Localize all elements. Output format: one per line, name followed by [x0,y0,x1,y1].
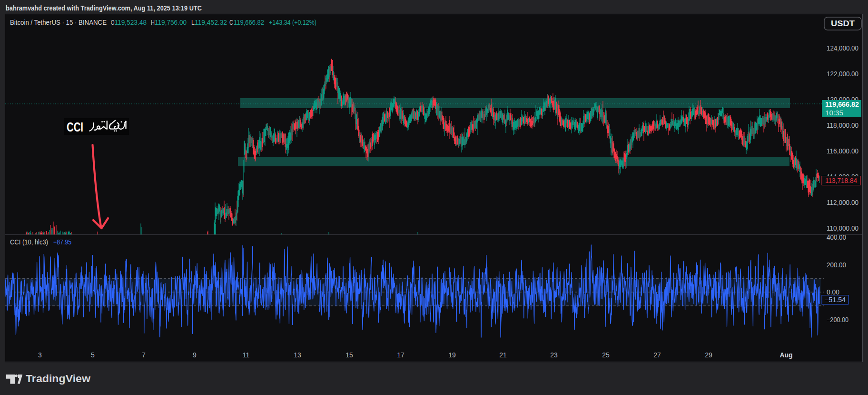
svg-text:USDT: USDT [831,20,855,28]
svg-text:119,452.32: 119,452.32 [195,18,227,26]
svg-text:119,666.82: 119,666.82 [234,18,264,26]
svg-text:23: 23 [550,351,558,359]
svg-text:19: 19 [448,351,456,359]
svg-text:Bitcoin / TetherUS · 15 · BINA: Bitcoin / TetherUS · 15 · BINANCE [10,18,107,26]
svg-text:CCI: CCI [67,120,83,134]
svg-text:119,666.82: 119,666.82 [825,100,859,108]
svg-text:122,000.00: 122,000.00 [827,70,858,78]
svg-text:119,756.00: 119,756.00 [155,18,187,26]
svg-text:−51.54: −51.54 [825,296,846,304]
svg-text:O: O [111,18,115,26]
svg-text:CCI (10, hlc3): CCI (10, hlc3) [10,238,48,246]
svg-text:11: 11 [243,351,250,359]
svg-text:110,000.00: 110,000.00 [827,224,858,232]
svg-text:17: 17 [397,351,404,359]
svg-text:15: 15 [345,351,353,359]
svg-text:7: 7 [142,351,146,359]
svg-text:C: C [229,18,233,26]
svg-text:10:35: 10:35 [825,109,843,117]
svg-text:119,523.48: 119,523.48 [115,18,147,26]
svg-text:−200.00: −200.00 [827,316,848,324]
svg-text:29: 29 [705,351,712,359]
svg-text:Aug: Aug [779,351,792,359]
svg-text:9: 9 [193,351,197,359]
svg-text:TradingView: TradingView [26,374,90,385]
svg-text:113,718.84: 113,718.84 [825,177,857,184]
svg-text:−87.95: −87.95 [53,238,71,246]
svg-text:5: 5 [91,351,95,359]
svg-text:25: 25 [602,351,610,359]
svg-text:3: 3 [38,351,42,359]
svg-text:112,000.00: 112,000.00 [827,199,858,206]
svg-text:0.00: 0.00 [827,288,839,296]
svg-text:+143.34 (+0.12%): +143.34 (+0.12%) [269,18,316,26]
svg-text:200.00: 200.00 [827,261,846,269]
svg-text:H: H [151,18,155,26]
svg-text:124,000.00: 124,000.00 [827,44,858,52]
svg-text:bahramvahd created with Tradin: bahramvahd created with TradingView.com,… [6,4,202,12]
svg-text:27: 27 [653,351,661,359]
svg-text:118,000.00: 118,000.00 [827,122,858,129]
svg-text:21: 21 [499,351,507,359]
svg-text:400.00: 400.00 [827,233,846,241]
svg-text:116,000.00: 116,000.00 [827,147,858,155]
svg-text:13: 13 [294,351,301,359]
